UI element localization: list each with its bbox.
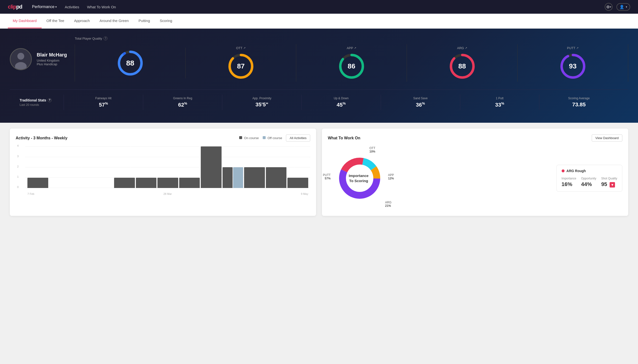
on-course-bar <box>28 178 48 188</box>
activity-chart-title: Activity - 3 Months - Weekly <box>16 136 67 140</box>
hero-section: Blair McHarg United Kingdom Plus Handica… <box>0 28 638 123</box>
bar-group <box>201 146 222 188</box>
tab-bar: My Dashboard Off the Tee Approach Around… <box>0 14 638 28</box>
ott-donut: 87 <box>228 53 254 80</box>
putt-donut-label: PUTT57% <box>323 173 330 180</box>
ott-label: OTT ↗ <box>236 46 246 50</box>
logo[interactable]: clippd <box>8 4 22 10</box>
down-arrow-icon: ▼ <box>610 182 615 188</box>
bar-group <box>223 167 243 188</box>
on-course-legend: On course <box>239 136 259 140</box>
nav-links: Performance ▾ Activities What To Work On <box>32 5 116 9</box>
bar-group <box>136 178 157 188</box>
greens-in-reg-stat: Greens In Reg 62% <box>143 94 222 110</box>
app-value: 86 <box>348 62 355 70</box>
what-to-work-on-header: What To Work On View Dashboard <box>328 134 622 142</box>
arg-value: 88 <box>458 62 466 70</box>
tab-approach[interactable]: Approach <box>69 14 95 28</box>
tpq-score-item: 88 <box>75 48 185 78</box>
activity-chart-card: Activity - 3 Months - Weekly On course O… <box>10 128 316 216</box>
add-button[interactable]: ⊕ ▾ <box>605 3 612 11</box>
on-course-bar <box>223 167 233 188</box>
opportunity-value: 44% <box>581 181 596 188</box>
ott-value: 87 <box>237 62 245 70</box>
trad-stats-label: Traditional Stats ? Last 20 rounds <box>20 98 64 106</box>
player-country: United Kingdom <box>37 59 67 62</box>
app-proximity-value: 35'5" <box>224 102 299 108</box>
putt-label: PUTT ↗ <box>567 46 578 50</box>
tab-putting[interactable]: Putting <box>134 14 155 28</box>
scoring-avg-stat: Scoring Average 73.85 <box>539 94 618 110</box>
on-course-bar <box>157 178 178 188</box>
bar-group <box>28 178 48 188</box>
info-card-title: ARG Rough <box>562 169 617 173</box>
off-course-bar <box>233 167 243 188</box>
tpq-donut: 88 <box>117 50 144 76</box>
help-icon-trad[interactable]: ? <box>48 98 52 102</box>
view-dashboard-button[interactable]: View Dashboard <box>592 134 622 142</box>
help-icon[interactable]: ? <box>104 36 107 40</box>
ott-score-item: OTT ↗ 87 <box>185 44 296 82</box>
arg-rough-info-card: ARG Rough Importance 16% Opportunity 44%… <box>556 165 622 192</box>
x-label-feb: 7 Feb <box>28 192 34 195</box>
one-putt-value: 33% <box>462 102 537 108</box>
player-details: Blair McHarg United Kingdom Plus Handica… <box>37 52 67 66</box>
app-trend-icon: ↗ <box>354 46 356 50</box>
player-name: Blair McHarg <box>37 52 67 58</box>
arg-donut-label: ARG21% <box>385 201 391 208</box>
user-icon: 👤 <box>619 5 624 9</box>
x-label-may: 9 May <box>301 192 308 195</box>
app-donut: 86 <box>338 53 365 80</box>
up-down-value: 45% <box>304 102 379 108</box>
chevron-user-icon: ▾ <box>626 6 627 8</box>
bar-chart: 4 3 2 1 0 7 Feb 28 Mar 9 May <box>16 146 310 195</box>
app-donut-label: APP12% <box>388 173 394 180</box>
what-to-work-on-nav[interactable]: What To Work On <box>87 5 116 9</box>
activity-chart-header: Activity - 3 Months - Weekly On course O… <box>16 134 310 142</box>
traditional-stats: Traditional Stats ? Last 20 rounds Fairw… <box>10 90 628 115</box>
tpq-value: 88 <box>126 59 134 67</box>
fairways-hit-value: 57% <box>66 102 141 108</box>
bar-group <box>157 178 178 188</box>
top-nav: clippd Performance ▾ Activities What To … <box>0 0 638 14</box>
activity-chart-left: Activity - 3 Months - Weekly <box>16 136 67 140</box>
on-course-bar <box>244 167 265 188</box>
ott-trend-icon: ↗ <box>243 46 246 50</box>
tab-off-the-tee[interactable]: Off the Tee <box>42 14 69 28</box>
off-course-dot <box>263 136 266 139</box>
on-course-dot <box>239 136 242 139</box>
activities-nav[interactable]: Activities <box>65 5 79 9</box>
trad-stats-sub: Last 20 rounds <box>20 103 64 106</box>
on-course-bar <box>136 178 157 188</box>
importance-stat: Importance 16% <box>562 177 576 188</box>
putt-trend-icon: ↗ <box>576 46 578 50</box>
bar-group <box>114 178 135 188</box>
arg-label: ARG ↗ <box>457 46 467 50</box>
trad-stats-title: Traditional Stats <box>20 98 46 102</box>
on-course-bar <box>266 167 287 188</box>
score-circles: 88 OTT ↗ 87 <box>75 44 628 82</box>
tab-around-the-green[interactable]: Around the Green <box>95 14 134 28</box>
scoring-avg-value: 73.85 <box>541 102 616 108</box>
chevron-down-icon: ▾ <box>55 6 57 8</box>
activity-legend: On course Off course <box>239 136 282 140</box>
sand-save-stat: Sand Save 36% <box>381 94 460 110</box>
bar-group <box>49 188 70 188</box>
up-down-stat: Up & Down 45% <box>301 94 381 110</box>
bar-group <box>179 178 200 188</box>
bar-group <box>93 188 113 188</box>
performance-nav[interactable]: Performance ▾ <box>32 5 57 9</box>
fairways-hit-stat: Fairways Hit 57% <box>64 94 143 110</box>
greens-in-reg-value: 62% <box>145 102 220 108</box>
all-activities-button[interactable]: All Activities <box>286 134 310 142</box>
tab-my-dashboard[interactable]: My Dashboard <box>8 14 42 28</box>
arg-trend-icon: ↗ <box>465 46 467 50</box>
sand-save-value: 36% <box>383 102 458 108</box>
scores-section: Total Player Quality ? 88 <box>75 36 628 82</box>
work-on-content: OTT10% APP12% ARG21% PUTT57% <box>328 146 622 210</box>
shot-quality-stat: Shot Quality 95 ▼ <box>601 177 617 188</box>
what-to-work-on-card: What To Work On View Dashboard OTT10% AP… <box>322 128 628 216</box>
player-info: Blair McHarg United Kingdom Plus Handica… <box>10 48 67 70</box>
tab-scoring[interactable]: Scoring <box>155 14 177 28</box>
user-menu-button[interactable]: 👤 ▾ <box>616 3 630 11</box>
